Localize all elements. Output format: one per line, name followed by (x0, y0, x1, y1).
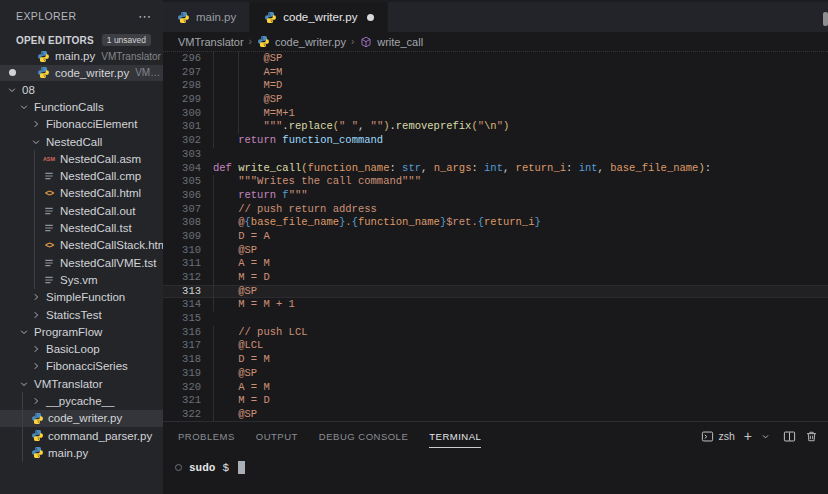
code-line-309[interactable]: 309 D = A (163, 230, 828, 244)
code-line-315[interactable]: 315 (163, 312, 828, 326)
line-number: 298 (163, 79, 201, 93)
breadcrumb-label: VMTranslator (178, 36, 244, 48)
tree-item-__pycache__[interactable]: __pycache__ (0, 392, 163, 409)
code-text: M=M+1 (213, 107, 295, 121)
line-number: 303 (163, 148, 201, 162)
code-editor[interactable]: 296 @SP297 A=M298 M=D299 @SP300 M=M+1301… (163, 52, 828, 421)
code-line-304[interactable]: 304def write_call(function_name: str, n_… (163, 162, 828, 176)
code-line-306[interactable]: 306 return f""" (163, 189, 828, 203)
line-number: 312 (163, 271, 201, 285)
file-tree: 08FunctionCallsFibonacciElementNestedCal… (0, 81, 163, 462)
chevron-down-icon (18, 379, 30, 389)
code-line-300[interactable]: 300 M=M+1 (163, 107, 828, 121)
tree-item-NestedCallVME.tst[interactable]: NestedCallVME.tst (0, 254, 163, 271)
tree-item-NestedCall.html[interactable]: <>NestedCall.html (0, 185, 163, 202)
tree-item-NestedCall.out[interactable]: NestedCall.out (0, 202, 163, 219)
tree-item-NestedCall[interactable]: NestedCall (0, 133, 163, 150)
shell-label: zsh (718, 430, 734, 442)
panel-tab-debug-console[interactable]: DEBUG CONSOLE (319, 425, 408, 447)
open-editor-main.py[interactable]: main.pyVMTranslator (0, 48, 163, 65)
breadcrumb-label: code_writer.py (275, 36, 346, 48)
panel-tab-output[interactable]: OUTPUT (256, 425, 298, 447)
breadcrumb: VMTranslator›code_writer.py›write_call (163, 32, 828, 52)
tree-item-NestedCall.cmp[interactable]: NestedCall.cmp (0, 167, 163, 184)
code-line-301[interactable]: 301 """.replace(" ", "").removeprefix("\… (163, 120, 828, 134)
panel-tab-problems[interactable]: PROBLEMS (178, 425, 235, 447)
tree-item-FibonacciElement[interactable]: FibonacciElement (0, 116, 163, 133)
code-line-299[interactable]: 299 @SP (163, 93, 828, 107)
python-icon (36, 50, 50, 63)
code-text: M = D (213, 394, 270, 408)
code-line-319[interactable]: 319 @SP (163, 367, 828, 381)
code-line-318[interactable]: 318 D = M (163, 353, 828, 367)
terminal-icon (701, 430, 714, 443)
scrollbar-thumb[interactable] (823, 12, 828, 26)
code-line-302[interactable]: 302 return function_command (163, 134, 828, 148)
code-text: @SP (213, 93, 282, 107)
tree-item-FunctionCalls[interactable]: FunctionCalls (0, 98, 163, 115)
tree-item-NestedCallStack.html[interactable]: <>NestedCallStack.html (0, 237, 163, 254)
code-line-313[interactable]: 313 @SP (163, 285, 828, 299)
tree-item-VMTranslator[interactable]: VMTranslator (0, 375, 163, 392)
tree-item-label: __pycache__ (46, 395, 114, 407)
tree-item-label: FibonacciSeries (46, 360, 128, 372)
tree-item-command_parser.py[interactable]: command_parser.py (0, 427, 163, 444)
line-number: 319 (163, 367, 201, 381)
open-editor-code_writer.py[interactable]: code_writer.pyVMTranslator (0, 65, 163, 82)
code-line-296[interactable]: 296 @SP (163, 52, 828, 66)
code-text: @SP (213, 367, 257, 381)
open-editors-header[interactable]: OPEN EDITORS 1 unsaved (0, 32, 163, 48)
tree-item-Sys.vm[interactable]: Sys.vm (0, 271, 163, 288)
tree-item-label: ProgramFlow (34, 326, 102, 338)
shell-indicator[interactable]: zsh (701, 430, 734, 443)
unsaved-badge: 1 unsaved (102, 34, 151, 46)
tree-item-SimpleFunction[interactable]: SimpleFunction (0, 289, 163, 306)
code-line-303[interactable]: 303 (163, 148, 828, 162)
split-terminal-button[interactable] (783, 430, 796, 443)
breadcrumb-item-VMTranslator[interactable]: VMTranslator (178, 36, 244, 48)
more-actions-icon[interactable]: ⋯ (138, 9, 151, 24)
tree-item-NestedCall.tst[interactable]: NestedCall.tst (0, 219, 163, 236)
code-line-310[interactable]: 310 @SP (163, 244, 828, 258)
code-text: @SP (213, 408, 257, 421)
tree-item-BasicLoop[interactable]: BasicLoop (0, 340, 163, 357)
chevron-down-icon (30, 137, 42, 147)
tree-item-08[interactable]: 08 (0, 81, 163, 98)
code-line-317[interactable]: 317 @LCL (163, 339, 828, 353)
code-line-314[interactable]: 314 M = M + 1 (163, 298, 828, 312)
tree-item-main.py[interactable]: main.py (0, 444, 163, 461)
kill-terminal-button[interactable] (805, 430, 818, 443)
code-line-322[interactable]: 322 @SP (163, 408, 828, 421)
line-number: 309 (163, 230, 201, 244)
panel-tab-terminal[interactable]: TERMINAL (429, 425, 481, 448)
breadcrumb-item-write_call[interactable]: write_call (359, 36, 423, 48)
code-line-297[interactable]: 297 A=M (163, 66, 828, 80)
code-line-308[interactable]: 308 @{base_file_name}.{function_name}$re… (163, 216, 828, 230)
tab-main.py[interactable]: main.py (163, 2, 250, 32)
tree-item-code_writer.py[interactable]: code_writer.py (0, 410, 163, 427)
code-line-305[interactable]: 305 """Writes the call command""" (163, 175, 828, 189)
code-line-320[interactable]: 320 A = M (163, 381, 828, 395)
tree-item-StaticsTest[interactable]: StaticsTest (0, 306, 163, 323)
code-line-311[interactable]: 311 A = M (163, 257, 828, 271)
terminal-prompt-symbol: $ (222, 462, 229, 474)
line-number: 304 (163, 162, 201, 176)
code-line-316[interactable]: 316 // push LCL (163, 326, 828, 340)
tree-item-FibonacciSeries[interactable]: FibonacciSeries (0, 358, 163, 375)
terminal-prompt-line[interactable]: sudo $ (175, 461, 828, 474)
code-line-307[interactable]: 307 // push return address (163, 203, 828, 217)
breadcrumb-item-code_writer.py[interactable]: code_writer.py (257, 35, 346, 48)
tree-item-NestedCall.asm[interactable]: ASMNestedCall.asm (0, 150, 163, 167)
code-line-298[interactable]: 298 M=D (163, 79, 828, 93)
tab-code_writer.py[interactable]: code_writer.py (250, 2, 388, 32)
chevron-right-icon (30, 310, 42, 320)
html-icon: <> (42, 240, 56, 250)
python-icon (176, 11, 190, 24)
code-line-321[interactable]: 321 M = D (163, 394, 828, 408)
code-line-312[interactable]: 312 M = D (163, 271, 828, 285)
new-terminal-button[interactable]: + (744, 429, 752, 443)
tree-item-ProgramFlow[interactable]: ProgramFlow (0, 323, 163, 340)
terminal-dropdown-chevron-icon[interactable] (761, 432, 770, 441)
chevron-right-icon (30, 361, 42, 371)
list-icon (42, 257, 56, 269)
